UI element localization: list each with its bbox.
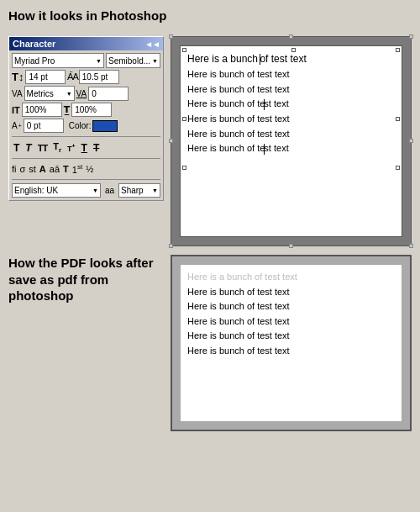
- baseline-icon: A+: [12, 121, 22, 130]
- ps-text-content[interactable]: Here is a bunch of test text Here is bun…: [181, 46, 402, 161]
- leading-value: 10.5 pt: [82, 72, 108, 82]
- leading-input[interactable]: 10.5 pt: [79, 70, 119, 84]
- cursor-0: [260, 54, 260, 65]
- size-leading-row: T↕ 14 pt A̋A 10.5 pt: [12, 70, 160, 84]
- style-value: Semibold...: [108, 56, 150, 66]
- baseline-input[interactable]: 0 pt: [24, 119, 64, 133]
- lig-st[interactable]: st: [29, 164, 36, 174]
- ps-white-page: Here is a bunch of test text Here is bun…: [180, 45, 402, 237]
- bottom-section: How the PDF looks after save as pdf from…: [8, 255, 412, 431]
- lig-sigma[interactable]: σ: [20, 164, 26, 174]
- size-input[interactable]: 14 pt: [25, 70, 66, 84]
- baseline-color-row: A+ 0 pt Color:: [12, 119, 160, 133]
- tracking-method: Metrics: [27, 89, 54, 98]
- font-dropdown-arrow: ▼: [96, 58, 102, 64]
- hscale-value: 100%: [75, 105, 97, 114]
- ps-text-line-1: Here is bunch of test text: [187, 67, 395, 82]
- outer-handle-tm: [289, 34, 293, 39]
- type-style-strikethrough[interactable]: T: [92, 142, 101, 154]
- vscale-value: 100%: [25, 105, 47, 114]
- kerning-icon-label: VA: [76, 89, 87, 98]
- antialias-value: Sharp: [121, 186, 144, 195]
- language-value: English: UK: [14, 186, 58, 195]
- top-title: How it looks in Photoshop: [8, 8, 412, 23]
- type-style-allcaps[interactable]: TT: [36, 143, 49, 153]
- tracking-icon-label: VA: [12, 89, 23, 98]
- pdf-canvas-area: Here is a bunch of test text Here is bun…: [171, 255, 412, 431]
- aa-label: aa: [105, 186, 114, 195]
- divider-2: [12, 158, 160, 159]
- pdf-title: How the PDF looks after save as pdf from…: [8, 255, 164, 304]
- pdf-text-line-2: Here is bunch of test text: [187, 299, 395, 314]
- panel-body: Myriad Pro ▼ Semibold... ▼ T↕ 14 pt A̋A: [9, 50, 163, 200]
- font-value: Myriad Pro: [14, 56, 55, 66]
- divider-3: [12, 179, 160, 180]
- font-select[interactable]: Myriad Pro ▼: [12, 53, 104, 68]
- outer-handle-br: [409, 244, 413, 248]
- lig-A[interactable]: A: [39, 164, 46, 174]
- type-style-row: T T TT Tr T+ T T: [12, 140, 160, 155]
- style-select[interactable]: Semibold... ▼: [106, 53, 160, 68]
- cursor-1: [264, 99, 265, 110]
- pdf-white-page: Here is a bunch of test text Here is bun…: [181, 265, 402, 421]
- type-style-underline[interactable]: T: [80, 142, 89, 154]
- type-style-italic[interactable]: T: [24, 142, 33, 154]
- divider-1: [12, 136, 160, 137]
- text-handle-bl2: [182, 166, 186, 170]
- pdf-text-line-0: Here is a bunch of test text: [187, 270, 395, 285]
- hscale-input[interactable]: 100%: [71, 103, 112, 117]
- ps-text-line-5: Here is bunch of test text: [187, 127, 395, 142]
- pdf-description: How the PDF looks after save as pdf from…: [8, 255, 164, 304]
- panel-titlebar: Character ◄◄: [9, 37, 163, 50]
- tracking-row: VA Metrics ▼ VA 0: [12, 86, 160, 101]
- ligature-row: fi σ st A aā T 1st ½: [12, 162, 160, 176]
- language-select[interactable]: English: UK ▼: [12, 183, 101, 198]
- language-arrow: ▼: [92, 187, 98, 193]
- lig-fraction[interactable]: ½: [86, 164, 93, 174]
- ps-text-line-2: Here is bunch of test text: [187, 82, 395, 98]
- kerning-input[interactable]: 0: [88, 87, 129, 101]
- lig-aa[interactable]: aā: [50, 164, 60, 174]
- hscale-icon: T̲: [64, 104, 71, 115]
- panel-collapse-arrows[interactable]: ◄◄: [144, 40, 160, 49]
- tracking-method-select[interactable]: Metrics ▼: [24, 86, 75, 101]
- language-row: English: UK ▼ aa Sharp ▼: [12, 183, 160, 198]
- panel-title: Character: [13, 39, 55, 49]
- pdf-text-content: Here is a bunch of test text Here is bun…: [181, 265, 402, 364]
- ps-text-line-4: Here is bunch of test text: [187, 112, 395, 127]
- font-row: Myriad Pro ▼ Semibold... ▼: [12, 53, 160, 68]
- pdf-text-line-4: Here is bunch of test text: [187, 329, 395, 344]
- vscale-input[interactable]: 100%: [22, 103, 62, 117]
- outer-handle-bm: [289, 244, 293, 248]
- main-container: How it looks in Photoshop Character ◄◄ M…: [0, 0, 420, 440]
- lig-ordinal[interactable]: 1st: [72, 163, 82, 175]
- color-swatch[interactable]: [92, 120, 118, 132]
- character-panel: Character ◄◄ Myriad Pro ▼ Semibold... ▼: [8, 36, 164, 201]
- pdf-text-line-1: Here is bunch of test text: [187, 285, 395, 300]
- size-value: 14 pt: [29, 72, 47, 82]
- outer-handle-tr: [409, 34, 413, 39]
- ps-text-line-3: Here is bunch of test text: [187, 97, 395, 112]
- cursor-2: [264, 144, 265, 155]
- outer-handle-mr: [409, 139, 413, 143]
- style-dropdown-arrow: ▼: [152, 58, 158, 64]
- ps-canvas-area: Here is a bunch of test text Here is bun…: [171, 36, 412, 246]
- outer-handle-ml: [169, 139, 173, 143]
- pdf-text-line-5: Here is bunch of test text: [187, 344, 395, 359]
- kerning-value: 0: [92, 89, 97, 98]
- outer-handle-tl: [169, 34, 173, 39]
- color-label: Color:: [69, 121, 92, 130]
- type-style-bold[interactable]: T: [12, 142, 21, 154]
- ps-text-line-6: Here is bunch of test text: [187, 141, 395, 156]
- baseline-value: 0 pt: [27, 121, 41, 130]
- lig-fi[interactable]: fi: [12, 164, 17, 174]
- lig-T[interactable]: T: [63, 164, 69, 174]
- pdf-text-line-3: Here is bunch of test text: [187, 314, 395, 330]
- vscale-icon: IT: [12, 105, 20, 115]
- type-style-super[interactable]: T+: [66, 143, 77, 153]
- type-style-smallcaps[interactable]: Tr: [51, 141, 63, 154]
- ps-text-line-0: Here is a bunch of test text: [187, 51, 395, 67]
- antialias-select[interactable]: Sharp ▼: [118, 183, 160, 198]
- scale-row: IT 100% T̲ 100%: [12, 103, 160, 117]
- size-icon-label: T↕: [12, 71, 24, 83]
